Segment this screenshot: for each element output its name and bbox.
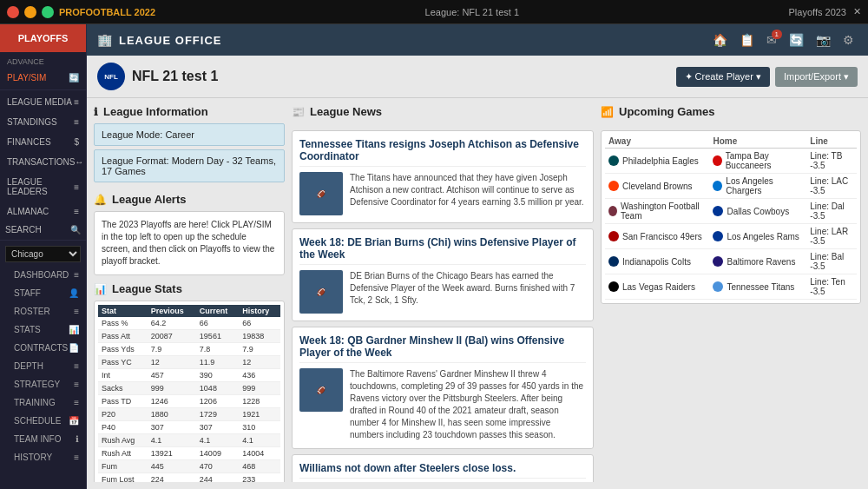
home-btn[interactable]: 🏠: [709, 31, 731, 49]
sidebar-contracts[interactable]: CONTRACTS 📄: [0, 339, 86, 357]
close-btn[interactable]: [7, 6, 19, 18]
away-logo: [608, 206, 617, 216]
office-icon: 🏢: [97, 33, 112, 47]
league-info-title: League Information: [103, 105, 208, 118]
training-icon: ≡: [74, 398, 79, 407]
sidebar-history[interactable]: HISTORY ≡: [0, 448, 86, 466]
news-title[interactable]: Week 18: QB Gardner Minshew II (Bal) win…: [299, 334, 586, 363]
news-item: Week 18: QB Gardner Minshew II (Bal) win…: [292, 327, 594, 449]
camera-btn[interactable]: 📷: [812, 31, 834, 49]
app-logo: PROFOOTBALL 2022: [59, 7, 155, 17]
news-title[interactable]: Tennessee Titans resigns Joseph Atchison…: [299, 138, 586, 167]
transactions-label: TRANSACTIONS: [7, 157, 75, 167]
home-team: Los Angeles Chargers: [709, 174, 806, 199]
refresh-btn[interactable]: 🔄: [786, 31, 807, 49]
league-format-item: League Format: Modern Day - 32 Teams, 17…: [94, 149, 285, 182]
sidebar-dashboard[interactable]: DASHBOARD ≡: [0, 266, 86, 284]
sidebar-strategy[interactable]: STRATEGY ≡: [0, 375, 86, 393]
stats-row: Pass %64.26666: [98, 317, 280, 330]
center-column: 📰 League News Tennessee Titans resigns J…: [292, 105, 594, 482]
home-team: Dallas Cowboys: [709, 199, 806, 224]
sidebar-item-standings[interactable]: STANDINGS ≡: [0, 112, 86, 132]
sidebar-item-league-media[interactable]: LEAGUE MEDIA ≡: [0, 92, 86, 112]
history-icon: ≡: [74, 453, 79, 462]
away-logo: [608, 231, 619, 241]
bell-icon: 🔔: [94, 194, 107, 206]
news-body: 🏈DE Brian Burns of the Chicago Bears has…: [299, 270, 586, 314]
league-mode-item: League Mode: Career: [94, 123, 285, 146]
news-title[interactable]: Week 18: DE Brian Burns (Chi) wins Defen…: [299, 236, 586, 265]
sidebar-staff[interactable]: STAFF 👤: [0, 284, 86, 302]
stats-cell: 307: [196, 421, 239, 434]
dashboard-label: DASHBOARD: [14, 270, 69, 280]
league-info-header: ℹ League Information: [94, 105, 285, 118]
dashboard-icon: ≡: [74, 270, 79, 280]
sidebar-play-sim[interactable]: PLAY/SIM 🔄: [0, 68, 86, 88]
stats-cell: 457: [148, 369, 196, 382]
stats-cell: 4.1: [239, 434, 280, 447]
settings-btn[interactable]: ⚙: [839, 31, 858, 49]
sidebar-item-almanac[interactable]: ALMANAC ≡: [0, 202, 86, 221]
almanac-icon: ≡: [74, 207, 79, 216]
nfl-actions: ✦ Create Player ▾ Import/Export ▾: [676, 67, 858, 87]
stats-cell: 999: [239, 382, 280, 395]
staff-icon: 👤: [69, 288, 79, 298]
team-select[interactable]: Chicago: [5, 246, 81, 262]
news-text: The Titans have announced that they have…: [350, 172, 586, 215]
sidebar-depth[interactable]: DEPTH ≡: [0, 357, 86, 375]
game-line: Line: Ten -3.5: [806, 274, 857, 300]
game-line: Line: TB -3.5: [806, 149, 857, 174]
tb-win-close[interactable]: ✕: [853, 6, 861, 17]
stats-col-current: Current: [196, 305, 239, 317]
search-label: SEARCH: [5, 225, 42, 235]
game-line: Line: LAC -3.5: [806, 174, 857, 199]
stats-row: Pass Att200871956119838: [98, 330, 280, 343]
maximize-btn[interactable]: [42, 6, 54, 18]
sidebar-schedule[interactable]: SCHEDULE 📅: [0, 412, 86, 430]
team-info-label: TEAM INFO: [14, 434, 61, 444]
news-item: Tennessee Titans resigns Joseph Atchison…: [292, 130, 594, 223]
stats-cell: 224: [148, 473, 196, 483]
stats-cell: 1206: [196, 395, 239, 408]
nfl-title-area: NFL NFL 21 test 1: [97, 63, 218, 90]
game-row: Washington Football TeamDallas CowboysLi…: [605, 199, 857, 224]
stats-cell: 1880: [148, 408, 196, 421]
sidebar-team-info[interactable]: TEAM INFO ℹ: [0, 430, 86, 448]
sidebar-playoffs[interactable]: PLAYOFFS: [0, 24, 86, 52]
stats-cell: 1228: [239, 395, 280, 408]
league-stats-section: 📊 League Stats Stat Previous Current His…: [94, 282, 285, 482]
news-title[interactable]: Williams not down after Steelers close l…: [299, 462, 586, 479]
news-body: 🏈The Baltimore Ravens' Gardner Minshew I…: [299, 368, 586, 441]
stats-cell: P20: [98, 408, 148, 421]
sidebar-training[interactable]: TRAINING ≡: [0, 393, 86, 412]
list-btn[interactable]: 📋: [736, 31, 758, 49]
finances-label: FINANCES: [7, 137, 51, 147]
bar-chart-icon: 📶: [601, 106, 614, 118]
content-area: 🏢 LEAGUE OFFICE 🏠 📋 ✉1 🔄 📷 ⚙ NFL NFL 21 …: [87, 24, 868, 489]
upcoming-games-header: 📶 Upcoming Games: [601, 105, 861, 118]
sidebar-item-league-leaders[interactable]: LEAGUE LEADERS ≡: [0, 172, 86, 202]
game-row: Philadelphia EaglesTampa Bay BuccaneersL…: [605, 149, 857, 174]
depth-label: DEPTH: [14, 361, 43, 371]
away-team: Washington Football Team: [605, 199, 709, 224]
stats-cell: 64.2: [148, 317, 196, 330]
sidebar-stats[interactable]: STATS 📊: [0, 320, 86, 339]
stats-cell: Pass %: [98, 317, 148, 330]
stats-cell: 11.9: [196, 356, 239, 369]
home-logo: [713, 281, 723, 292]
stats-cell: 244: [196, 473, 239, 483]
import-export-btn[interactable]: Import/Export ▾: [775, 67, 858, 87]
sidebar-item-search[interactable]: SEARCH 🔍: [5, 225, 81, 235]
history-label: HISTORY: [14, 453, 52, 462]
minimize-btn[interactable]: [24, 6, 36, 18]
stats-cell: 19838: [239, 330, 280, 343]
sidebar-item-transactions[interactable]: TRANSACTIONS ↔: [0, 152, 86, 172]
sidebar-roster[interactable]: ROSTER ≡: [0, 302, 86, 320]
sidebar-item-finances[interactable]: FINANCES $: [0, 132, 86, 152]
create-player-btn[interactable]: ✦ Create Player ▾: [676, 67, 770, 87]
stats-cell: 19561: [196, 330, 239, 343]
mail-btn[interactable]: ✉1: [763, 31, 780, 49]
team-selector[interactable]: Chicago: [0, 242, 86, 266]
search-icon: 🔍: [70, 225, 81, 235]
col-away: Away: [605, 135, 709, 149]
